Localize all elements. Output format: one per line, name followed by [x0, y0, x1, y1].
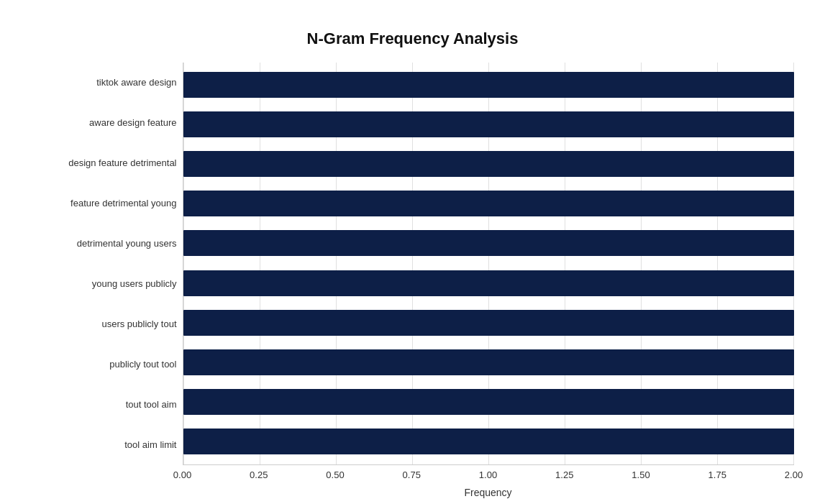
- bar-row: [183, 228, 794, 258]
- bar-row: [183, 308, 794, 338]
- x-tick: 1.25: [555, 469, 573, 480]
- bar: [183, 72, 794, 98]
- bar: [183, 111, 794, 137]
- x-axis-label: Frequency: [183, 487, 794, 498]
- x-tick: 0.00: [173, 469, 191, 480]
- bar-row: [183, 387, 794, 417]
- bar-row: [183, 347, 794, 377]
- y-label: detrimental young users: [32, 225, 177, 262]
- y-label: design feature detrimental: [32, 145, 177, 182]
- x-tick: 1.75: [708, 469, 726, 480]
- bar-row: [183, 149, 794, 179]
- x-ticks-row: 0.000.250.500.751.001.251.501.752.00: [183, 469, 794, 484]
- x-tick: 2.00: [785, 469, 803, 480]
- chart-container: N-Gram Frequency Analysis tiktok aware d…: [17, 8, 808, 497]
- bar: [183, 270, 794, 296]
- bar-row: [183, 426, 794, 457]
- y-label: tout tool aim: [32, 386, 177, 423]
- bars-container: [183, 63, 794, 464]
- x-tick: 1.50: [632, 469, 649, 480]
- x-tick: 1.00: [479, 469, 497, 480]
- y-label: tool aim limit: [32, 426, 177, 464]
- y-label: aware design feature: [32, 104, 177, 142]
- bar: [183, 429, 794, 454]
- x-tick: 0.75: [403, 469, 421, 480]
- y-label: publicly tout tool: [32, 346, 177, 383]
- bar-row: [183, 109, 794, 139]
- y-label: feature detrimental young: [32, 185, 177, 222]
- bar: [183, 151, 794, 177]
- y-axis: tiktok aware designaware design featured…: [32, 63, 183, 465]
- chart-title: N-Gram Frequency Analysis: [32, 29, 794, 48]
- bar: [183, 349, 794, 375]
- bar: [183, 191, 794, 216]
- bar-row: [183, 268, 794, 298]
- chart-area: tiktok aware designaware design featured…: [32, 63, 794, 465]
- plot-area: [183, 63, 794, 465]
- bar-row: [183, 70, 794, 100]
- y-label: tiktok aware design: [32, 64, 177, 101]
- x-tick: 0.50: [326, 469, 344, 480]
- bar: [183, 310, 794, 336]
- bar: [183, 389, 794, 415]
- y-label: users publicly tout: [32, 306, 177, 343]
- y-label: young users publicly: [32, 265, 177, 303]
- bar: [183, 230, 794, 256]
- bar-row: [183, 188, 794, 219]
- x-tick: 0.25: [250, 469, 268, 480]
